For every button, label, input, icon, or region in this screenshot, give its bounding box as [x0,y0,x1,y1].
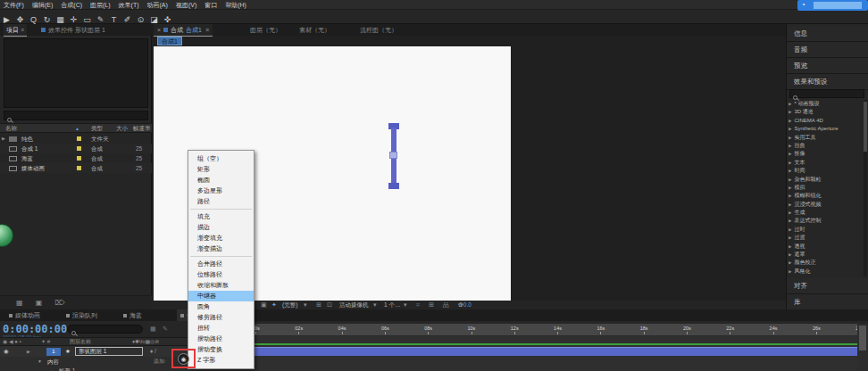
effects-category[interactable]: 沉浸式视频 [789,201,862,209]
layer-switches-icons[interactable]: ♦ / [150,346,156,357]
panel-header[interactable]: 信息 [787,26,868,42]
menu-item[interactable]: 视图(V) [176,0,196,10]
label-number-icons[interactable]: ✦ # [41,338,50,346]
sort-asc-icon[interactable]: ▲ [75,124,79,133]
effects-category[interactable]: 杂色和颗粒 [789,176,862,184]
layer-duration-bar[interactable] [250,347,857,356]
panel-header[interactable]: 音频 [787,42,868,58]
col-name[interactable]: 名称 [5,124,17,133]
creative-cloud-badge[interactable]: ◔ [797,0,868,11]
context-menu-item[interactable]: 扭转 [188,323,254,334]
pen-tool[interactable]: ✎ [94,13,107,27]
context-menu-item[interactable]: 多边星形 [188,186,254,196]
composition-mini-flowchart-icon[interactable]: ▦ [150,326,156,333]
project-footer-icons[interactable]: ▦ ▣ ⌦ [0,295,152,309]
resolution-select[interactable]: (完整) [282,301,297,309]
effects-category[interactable]: 模糊和锐化 [789,192,862,200]
effects-search-input[interactable] [789,89,864,98]
menu-item[interactable]: 帮助(H) [225,0,246,10]
纯色[interactable]: ▶ 纯色 文件夹 [0,134,152,144]
effects-category[interactable]: 时间 [789,167,862,175]
context-menu-item[interactable]: 合并路径 [188,259,254,269]
col-type[interactable]: 类型 [91,124,103,133]
selection-tool[interactable]: ▶ [0,13,13,27]
close-icon[interactable]: × [157,27,161,33]
context-menu-item[interactable]: 圆角 [188,301,254,312]
context-menu-item[interactable]: 收缩和膨胀 [188,280,254,291]
menu-item[interactable]: 文件(F) [4,0,24,10]
region-of-interest-icon[interactable]: ⊡ [327,301,332,309]
timeline-scrollbar[interactable] [857,324,868,371]
label-color-swatch[interactable] [77,166,81,170]
tab-footage[interactable]: 素材（无） [299,24,330,36]
context-menu-item[interactable]: 路径 [188,196,254,207]
context-menu-item[interactable]: 描边 [188,222,254,233]
current-timecode[interactable]: 0:00:00:00 [3,323,67,335]
draft-3d-icon[interactable]: ✎ [163,326,168,333]
海蓝[interactable]: ▶ 海蓝 合成 25 [0,153,152,163]
panel-header[interactable]: 对齐 [787,278,868,294]
comp-breadcrumb-chip[interactable]: 合成1 [157,37,182,45]
panel-header[interactable]: 库 [787,294,868,310]
effects-category[interactable]: 风格化 [789,268,862,276]
dropdown-icon[interactable]: ▾ [404,301,407,309]
label-color-swatch[interactable] [77,146,81,151]
shape-bottom-cap[interactable] [388,183,399,189]
effects-category[interactable]: 文本 [789,159,862,167]
effects-category[interactable]: 实用工具 [789,134,862,142]
timeline-search-input[interactable] [67,325,143,334]
panel-menu-icon[interactable]: ≡ [205,27,209,33]
effects-category[interactable]: CINEMA 4D [789,117,862,125]
tab-layer[interactable]: 图层（无） [250,24,281,36]
show-snapshot-icon[interactable]: ✦ [271,301,277,309]
effects-category[interactable]: Synthetic Aperture [789,125,862,133]
time-ruler[interactable]: 00s02s04s06s08s10s12s14s16s18s20s22s24s2… [250,324,857,336]
context-menu-item[interactable]: 渐变填充 [188,233,254,243]
effects-category[interactable]: * 动画预设 [789,100,862,108]
dropdown-icon[interactable]: ▾ [373,301,377,309]
clone-stamp-tool[interactable]: ⊙ [134,13,147,27]
brush-tool[interactable]: ✐ [121,13,134,27]
timeline-tab[interactable]: 渲染队列 [63,309,101,321]
context-menu-item[interactable]: 中继器 [188,291,254,301]
effects-category[interactable]: 生成 [789,209,862,217]
effects-category[interactable]: 过时 [789,226,862,234]
menu-item[interactable]: 效果(T) [119,0,139,10]
timeline-tab[interactable]: 媒体动画 [5,309,44,321]
zoom-tool[interactable]: Q [27,13,40,27]
shape-anchor-point[interactable] [389,152,397,159]
switches-header-icons[interactable]: ♦✱\fx▦◎⊘ [132,338,159,346]
layer-expander-icon[interactable]: ▶ [27,346,30,357]
type-tool[interactable]: T [107,13,121,27]
menu-item[interactable]: 编辑(E) [32,0,53,10]
context-menu-item[interactable]: Z 字形 [188,355,254,366]
effects-category[interactable]: 遮罩 [789,251,862,259]
合成 1[interactable]: ▶ 合成 1 合成 25 [0,144,152,153]
snapshot-icon[interactable]: ▣ [261,301,267,309]
context-menu-item[interactable]: 渐变描边 [188,243,254,254]
av-features-icons[interactable]: ◉ ◀ ● ▪ [3,338,21,346]
exposure-value[interactable]: +0.0 [460,301,472,309]
context-menu-item[interactable]: 修剪路径 [188,312,254,323]
scrollbar-thumb[interactable] [864,102,867,152]
view-layout-select[interactable]: 1 个… [384,301,400,309]
menu-item[interactable]: 图层(L) [90,0,111,10]
effects-category[interactable]: 透视 [789,243,862,251]
context-menu-item[interactable]: 位移路径 [188,269,254,280]
dropdown-icon[interactable]: ▾ [304,301,307,309]
context-menu-item[interactable] [188,207,254,211]
eye-icon[interactable]: ◉ [4,346,9,357]
pan-behind-tool[interactable]: ✛ [67,13,80,27]
context-menu-item[interactable]: 椭圆 [188,175,254,186]
shape-tool[interactable]: ▭ [80,13,94,27]
grid-icon[interactable]: ⊞ [316,301,321,309]
eraser-tool[interactable]: ◪ [147,13,161,27]
context-menu-item[interactable] [188,254,254,259]
effects-category[interactable]: 表达式控制 [789,217,862,225]
effects-category[interactable]: 模拟 [789,184,862,192]
effects-category[interactable]: 3D 通道 [789,108,862,116]
col-frame-rate[interactable]: 帧速率 [133,124,151,133]
expander-icon[interactable]: ▶ [2,134,5,144]
layer-name-field[interactable]: 形状图层 1 [75,347,143,356]
panel-menu-icon[interactable]: ≡ [21,27,24,33]
